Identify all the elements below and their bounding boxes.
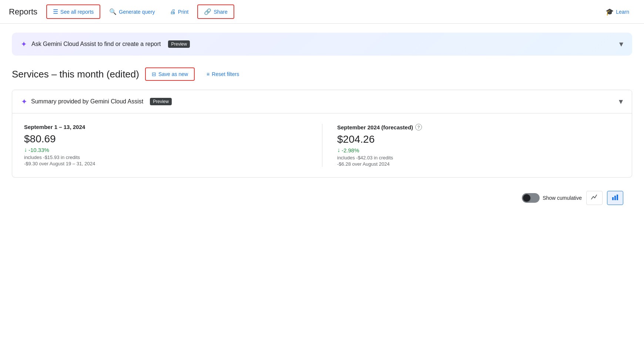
bar-chart-icon xyxy=(611,193,619,203)
generate-query-button[interactable]: 🔍 Generate query xyxy=(103,5,161,18)
summary-compare-left: -$9.30 over August 19 – 31, 2024 xyxy=(24,161,307,166)
summary-preview-badge: Preview xyxy=(150,98,172,105)
chevron-down-icon: ▾ xyxy=(619,39,623,49)
sparkle-icon-2: ✦ xyxy=(21,97,27,106)
gemini-banner[interactable]: ✦ Ask Gemini Cloud Assist to find or cre… xyxy=(12,33,632,56)
see-all-reports-button[interactable]: ☰ See all reports xyxy=(46,4,100,19)
search-icon: 🔍 xyxy=(109,8,117,15)
report-header: Services – this month (edited) ⊟ Save as… xyxy=(12,67,632,81)
summary-period-right: September 2024 (forecasted) ? xyxy=(337,124,620,130)
gemini-banner-left: ✦ Ask Gemini Cloud Assist to find or cre… xyxy=(21,40,190,49)
summary-col-left: September 1 – 13, 2024 $80.69 ↓ -10.33% … xyxy=(24,124,322,167)
bar-chart-button[interactable] xyxy=(607,191,623,205)
info-icon[interactable]: ? xyxy=(415,124,422,130)
summary-period-left: September 1 – 13, 2024 xyxy=(24,124,307,130)
summary-col-right: September 2024 (forecasted) ? $204.26 ↓ … xyxy=(322,124,620,167)
line-chart-icon xyxy=(591,193,598,203)
show-cumulative-toggle: Show cumulative xyxy=(522,193,582,203)
summary-chevron-down-icon: ▾ xyxy=(619,97,623,106)
summary-row-right: ↓ -2.98% xyxy=(337,147,620,153)
arrow-down-icon-left: ↓ xyxy=(24,146,27,153)
summary-card-body: September 1 – 13, 2024 $80.69 ↓ -10.33% … xyxy=(12,113,632,177)
svg-rect-1 xyxy=(614,196,616,200)
summary-change-left: ↓ -10.33% xyxy=(24,146,49,153)
share-button[interactable]: 🔗 Share xyxy=(197,4,234,19)
svg-rect-2 xyxy=(617,195,618,200)
line-chart-button[interactable] xyxy=(586,191,603,205)
print-button[interactable]: 🖨 Print xyxy=(164,6,195,18)
reset-filters-button[interactable]: ≡ Reset filters xyxy=(201,68,245,80)
summary-change-right: ↓ -2.98% xyxy=(337,147,359,153)
main-content: ✦ Ask Gemini Cloud Assist to find or cre… xyxy=(0,24,644,218)
save-as-new-button[interactable]: ⊟ Save as new xyxy=(145,67,195,81)
summary-amount-right: $204.26 xyxy=(337,133,620,145)
learn-icon: 🎓 xyxy=(606,8,614,16)
print-icon: 🖨 xyxy=(170,9,176,15)
toggle-track xyxy=(522,193,540,203)
save-icon: ⊟ xyxy=(152,71,156,77)
report-title: Services – this month (edited) xyxy=(12,69,139,80)
summary-card-header-left: ✦ Summary provided by Gemini Cloud Assis… xyxy=(21,97,172,106)
share-icon: 🔗 xyxy=(204,8,211,15)
filter-icon: ≡ xyxy=(207,71,209,77)
summary-compare-right: -$6.28 over August 2024 xyxy=(337,161,620,167)
learn-button[interactable]: 🎓 Learn xyxy=(600,5,635,19)
summary-credits-right: includes -$42.03 in credits xyxy=(337,155,620,160)
header: Reports ☰ See all reports 🔍 Generate que… xyxy=(0,0,644,24)
page-title: Reports xyxy=(9,7,37,17)
cumulative-toggle-switch[interactable] xyxy=(522,193,540,203)
toggle-thumb xyxy=(523,194,530,202)
svg-rect-0 xyxy=(612,197,614,200)
bottom-toolbar: Show cumulative xyxy=(12,186,632,209)
summary-card: ✦ Summary provided by Gemini Cloud Assis… xyxy=(12,90,632,178)
arrow-down-icon-right: ↓ xyxy=(337,147,340,153)
summary-amount-left: $80.69 xyxy=(24,133,307,145)
sparkle-icon: ✦ xyxy=(21,40,27,49)
gemini-preview-badge: Preview xyxy=(168,40,190,48)
summary-credits-left: includes -$15.93 in credits xyxy=(24,155,307,160)
summary-card-header[interactable]: ✦ Summary provided by Gemini Cloud Assis… xyxy=(12,90,632,113)
list-icon: ☰ xyxy=(53,8,58,15)
summary-row-left: ↓ -10.33% xyxy=(24,146,307,153)
